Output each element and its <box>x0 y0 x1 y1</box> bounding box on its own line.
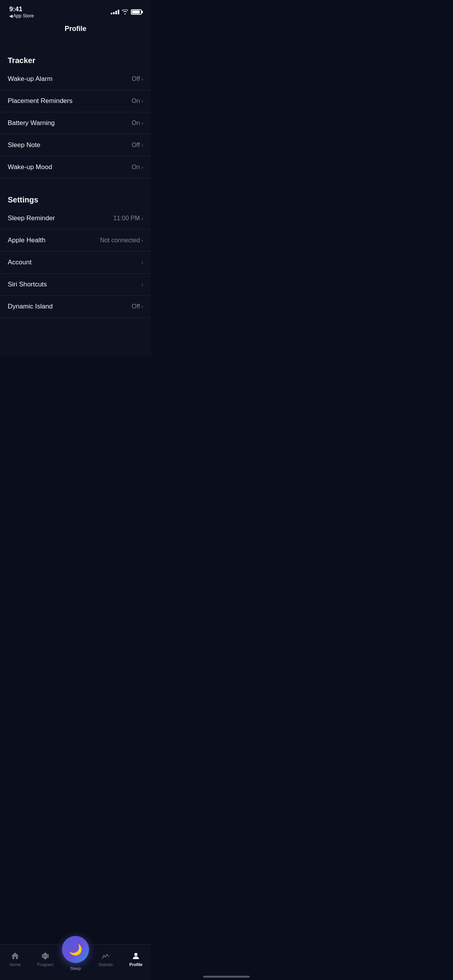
siri-shortcuts-value: › <box>140 281 143 288</box>
placement-reminders-item[interactable]: Placement Reminders On › <box>0 90 151 112</box>
placement-reminders-value: On › <box>132 98 143 105</box>
account-label: Account <box>8 259 31 266</box>
chevron-right-icon: › <box>141 303 143 310</box>
wake-up-alarm-item[interactable]: Wake-up Alarm Off › <box>0 68 151 90</box>
main-content: Tracker Wake-up Alarm Off › Placement Re… <box>0 39 151 356</box>
chevron-right-icon: › <box>141 76 143 82</box>
sleep-reminder-label: Sleep Reminder <box>8 214 55 222</box>
dynamic-island-item[interactable]: Dynamic Island Off › <box>0 296 151 318</box>
wake-up-alarm-label: Wake-up Alarm <box>8 75 53 83</box>
apple-health-value: Not connected › <box>100 237 143 244</box>
chevron-right-icon: › <box>141 215 143 221</box>
status-left: 9:41 ◀ App Store <box>9 5 34 19</box>
sleep-note-item[interactable]: Sleep Note Off › <box>0 134 151 156</box>
dynamic-island-value: Off › <box>132 303 143 310</box>
wake-up-mood-item[interactable]: Wake-up Mood On › <box>0 156 151 178</box>
spacer-settings <box>0 178 151 186</box>
chevron-right-icon: › <box>141 164 143 170</box>
chevron-right-icon: › <box>141 237 143 243</box>
battery-icon <box>131 9 142 15</box>
battery-warning-value: On › <box>132 120 143 127</box>
sleep-reminder-item[interactable]: Sleep Reminder 11:00 PM › <box>0 207 151 230</box>
dynamic-island-label: Dynamic Island <box>8 303 53 310</box>
tracker-section-header: Tracker <box>0 47 151 68</box>
wake-up-alarm-value: Off › <box>132 75 143 82</box>
status-bar: 9:41 ◀ App Store <box>0 0 151 22</box>
spacer-top <box>0 39 151 47</box>
sleep-note-value: Off › <box>132 142 143 149</box>
wake-up-mood-value: On › <box>132 164 143 171</box>
wake-up-mood-label: Wake-up Mood <box>8 163 52 171</box>
app-store-back[interactable]: ◀ App Store <box>9 13 34 19</box>
sleep-note-label: Sleep Note <box>8 141 40 149</box>
wifi-icon <box>122 9 129 15</box>
battery-warning-item[interactable]: Battery Warning On › <box>0 112 151 134</box>
settings-section-header: Settings <box>0 186 151 207</box>
siri-shortcuts-label: Siri Shortcuts <box>8 281 47 288</box>
nav-header: Profile <box>0 22 151 39</box>
chevron-right-icon: › <box>141 120 143 126</box>
placement-reminders-label: Placement Reminders <box>8 97 72 105</box>
chevron-right-icon: › <box>141 281 143 288</box>
account-value: › <box>140 259 143 266</box>
page-title: Profile <box>0 25 151 33</box>
signal-icon <box>111 10 119 14</box>
chevron-right-icon: › <box>141 98 143 104</box>
status-icons <box>111 9 142 15</box>
status-time: 9:41 <box>9 5 34 13</box>
account-item[interactable]: Account › <box>0 252 151 274</box>
apple-health-label: Apple Health <box>8 236 45 244</box>
battery-warning-label: Battery Warning <box>8 119 55 127</box>
siri-shortcuts-item[interactable]: Siri Shortcuts › <box>0 274 151 296</box>
back-chevron-icon: ◀ <box>9 14 12 19</box>
sleep-reminder-value: 11:00 PM › <box>113 215 143 222</box>
chevron-right-icon: › <box>141 142 143 148</box>
chevron-right-icon: › <box>141 259 143 266</box>
apple-health-item[interactable]: Apple Health Not connected › <box>0 230 151 252</box>
